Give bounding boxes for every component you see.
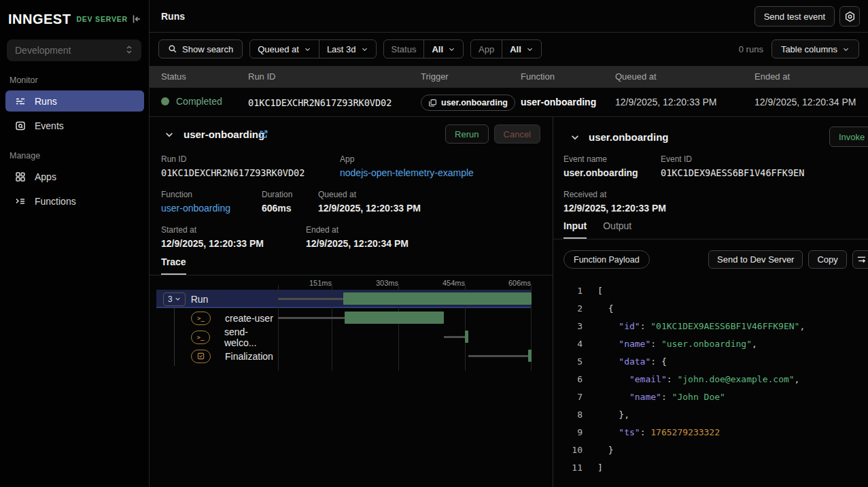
span-bar[interactable] — [345, 312, 444, 324]
span-bar[interactable] — [528, 350, 532, 362]
sidebar-item-events[interactable]: Events — [5, 115, 144, 136]
column-header: Function — [521, 71, 555, 82]
table-header: Status Run ID Trigger Function Queued at… — [150, 66, 868, 88]
environment-select[interactable]: Development — [7, 39, 141, 61]
settings-button[interactable] — [839, 6, 860, 27]
started-at-value: 12/9/2025, 12:20:33 PM — [161, 238, 264, 249]
app-link[interactable]: nodejs-open-telemetry-example — [340, 167, 474, 178]
line-number: 2 — [553, 300, 583, 318]
field-function: Function user-onboarding — [161, 190, 230, 214]
events-icon — [15, 120, 26, 131]
table-columns-dropdown[interactable]: Table columns — [771, 39, 859, 58]
time-field-dropdown[interactable]: Queued at — [250, 40, 319, 58]
line-number: 7 — [553, 388, 583, 406]
column-header: Status — [161, 71, 186, 82]
code-line: 2 { — [553, 300, 868, 318]
show-search-button[interactable]: Show search — [158, 39, 243, 58]
queue-line — [278, 317, 345, 319]
time-filter-group: Queued at Last 3d — [249, 39, 376, 58]
received-at-value: 12/9/2025, 12:20:33 PM — [563, 203, 666, 214]
chevron-down-icon — [448, 46, 455, 53]
chevron-down-icon — [842, 46, 850, 53]
trigger-pill[interactable]: user.onboarding — [421, 95, 515, 111]
status-filter-dropdown[interactable]: All — [423, 40, 463, 58]
tab-output[interactable]: Output — [603, 220, 631, 239]
search-icon — [168, 44, 177, 54]
app-filter-label: App — [471, 40, 502, 58]
step-run-icon: >_ — [191, 312, 211, 325]
time-range-dropdown[interactable]: Last 3d — [319, 40, 376, 58]
trace-row[interactable]: Finalization — [156, 347, 532, 365]
event-detail-panel: user.onboarding Invoke Event name user.o… — [553, 117, 868, 487]
trace-span-name: create-user — [225, 313, 273, 324]
app-filter-dropdown[interactable]: All — [502, 40, 541, 58]
status-filter-group: Status All — [383, 39, 464, 58]
runs-icon — [15, 96, 26, 107]
copy-button[interactable]: Copy — [808, 250, 846, 269]
table-row[interactable]: Completed 01KC1DEXCHR2N617Z93RK0VD02 use… — [150, 88, 868, 117]
line-number: 5 — [553, 353, 583, 371]
invoke-button[interactable]: Invoke — [829, 127, 868, 147]
line-number: 8 — [553, 406, 583, 424]
queued-at-cell: 12/9/2025, 12:20:33 PM — [615, 97, 716, 107]
queue-line — [468, 355, 527, 357]
code-viewer[interactable]: 1[2 {3 "id": "01KC1DEX9AESS6BF1V46FFK9EN… — [553, 282, 868, 477]
chevron-down-icon — [304, 46, 311, 53]
trace-row[interactable]: >_create-user — [156, 309, 532, 327]
trace-span-name: send-welco... — [224, 326, 278, 348]
field-duration: Duration 606ms — [262, 190, 292, 214]
tab-input[interactable]: Input — [563, 220, 587, 239]
event-title: user.onboarding — [589, 131, 669, 143]
trace-expander-badge[interactable]: 3 — [163, 292, 186, 306]
tab-trace[interactable]: Trace — [161, 256, 186, 275]
sidebar-item-runs[interactable]: Runs — [5, 90, 144, 112]
collapse-event-panel-icon[interactable] — [570, 133, 580, 145]
line-number: 3 — [553, 318, 583, 335]
filter-bar: Show search Queued at Last 3d Status — [150, 33, 868, 66]
code-line: 10 } — [553, 441, 868, 459]
chevron-down-icon — [526, 46, 534, 53]
trace-row[interactable]: >_send-welco... — [156, 328, 532, 346]
run-id-cell: 01KC1DEXCHR2N617Z93RK0VD02 — [248, 97, 392, 108]
collapse-run-panel-icon[interactable] — [164, 130, 174, 142]
span-bar[interactable] — [465, 331, 469, 343]
field-received-at: Received at 12/9/2025, 12:20:33 PM — [563, 190, 666, 214]
code-line: 8 }, — [553, 406, 868, 424]
line-number: 11 — [553, 459, 583, 477]
word-wrap-button[interactable] — [852, 250, 868, 269]
code-line: 9 "ts": 1765279233322 — [553, 424, 868, 441]
topbar: Runs Send test event — [150, 0, 868, 33]
span-bar[interactable] — [343, 292, 532, 305]
rerun-button[interactable]: Rerun — [445, 124, 488, 144]
external-link-icon[interactable] — [258, 129, 268, 142]
field-run-id: Run ID 01KC1DEXCHR2N617Z93RK0VD02 — [161, 154, 305, 178]
line-number: 4 — [553, 335, 583, 353]
field-event-name: Event name user.onboarding — [563, 154, 638, 178]
cancel-button[interactable]: Cancel — [494, 124, 540, 144]
line-number: 9 — [553, 424, 583, 441]
function-link[interactable]: user-onboarding — [161, 203, 230, 214]
sidebar-item-label: Functions — [35, 196, 76, 207]
event-id-value: 01KC1DEX9AESS6BF1V46FFK9EN — [661, 167, 804, 178]
sidebar-item-functions[interactable]: Functions — [5, 190, 144, 212]
field-started-at: Started at 12/9/2025, 12:20:33 PM — [161, 225, 264, 249]
trace-span-timeline — [278, 290, 532, 308]
code-line: 11] — [553, 459, 868, 477]
trace-span-name: Finalization — [225, 351, 273, 362]
trace-row[interactable]: 3Run — [156, 290, 532, 308]
collapse-sidebar-icon[interactable] — [129, 12, 144, 27]
status-dot-completed — [161, 97, 169, 105]
send-test-event-button[interactable]: Send test event — [754, 6, 835, 27]
sidebar-item-apps[interactable]: Apps — [5, 166, 144, 187]
code-line: 4 "name": "user.onboarding", — [553, 335, 868, 353]
app-filter-group: App All — [470, 39, 542, 58]
trace-waterfall: 3Run>_create-user>_send-welco...Finaliza… — [156, 290, 532, 366]
field-ended-at: Ended at 12/9/2025, 12:20:34 PM — [306, 225, 409, 249]
status-cell: Completed — [161, 96, 222, 107]
sidebar-item-label: Runs — [35, 96, 57, 107]
trace-span-name: Run — [191, 294, 209, 305]
payload-tab-bar: Input Output — [553, 220, 868, 239]
trace-time-axis: 151ms 303ms 454ms 606ms — [156, 279, 532, 288]
send-to-dev-server-button[interactable]: Send to Dev Server — [708, 250, 803, 269]
logo-row: INNGEST DEV SERVER — [8, 11, 144, 27]
